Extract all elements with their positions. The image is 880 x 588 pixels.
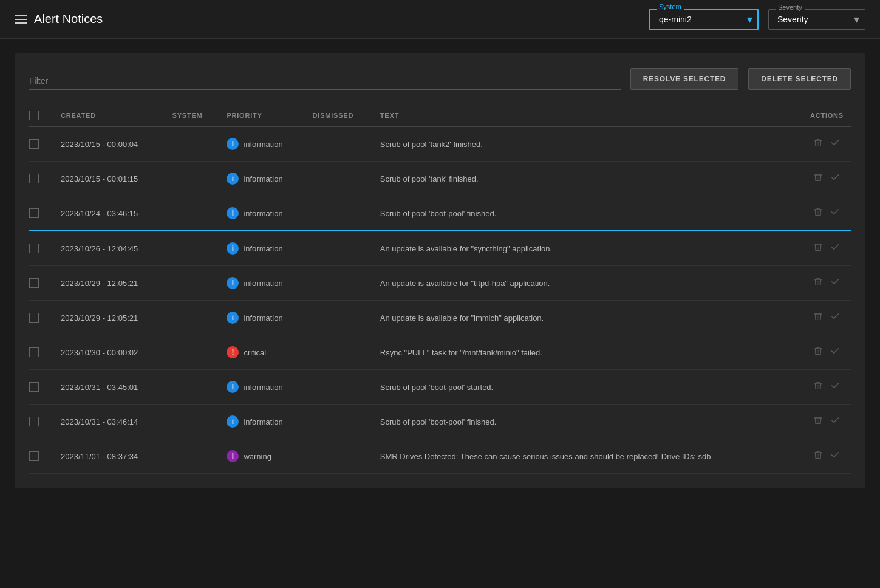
priority-label: information (244, 174, 282, 183)
priority-icon-critical: ! (227, 346, 239, 358)
col-header-actions: ACTIONS (792, 104, 851, 127)
main-content: RESOLVE SELECTED DELETE SELECTED CREATED… (0, 39, 880, 503)
cell-actions (792, 439, 851, 474)
resolve-row-button[interactable] (827, 309, 844, 326)
cell-priority: iinformation (219, 162, 305, 196)
row-checkbox-9[interactable] (29, 417, 39, 426)
cell-actions (792, 301, 851, 335)
row-checkbox-1[interactable] (29, 139, 39, 149)
priority-label: information (244, 244, 282, 253)
delete-row-button[interactable] (810, 413, 827, 430)
filter-input[interactable] (29, 72, 621, 90)
priority-icon-info: i (227, 312, 239, 324)
table-row: 2023/10/31 - 03:45:01iinformationScrub o… (29, 370, 851, 405)
resolve-row-button[interactable] (827, 378, 844, 395)
alerts-card: RESOLVE SELECTED DELETE SELECTED CREATED… (15, 53, 865, 488)
resolve-row-button[interactable] (827, 448, 844, 465)
resolve-row-button[interactable] (827, 135, 844, 152)
cell-dismissed (305, 231, 373, 266)
filter-input-wrapper (29, 72, 621, 90)
resolve-row-button[interactable] (827, 170, 844, 187)
system-label: System (657, 3, 684, 10)
delete-row-button[interactable] (810, 378, 827, 395)
row-checkbox-4[interactable] (29, 244, 39, 253)
cell-system (165, 370, 220, 405)
check-icon (830, 242, 840, 252)
delete-row-button[interactable] (810, 205, 827, 222)
select-all-checkbox[interactable] (29, 111, 39, 120)
system-select[interactable]: qe-mini2 (649, 9, 759, 30)
cell-dismissed (305, 405, 373, 439)
check-icon (830, 207, 840, 217)
col-header-dismissed: DISMISSED (305, 104, 373, 127)
resolve-row-button[interactable] (827, 240, 844, 257)
delete-row-button[interactable] (810, 275, 827, 292)
resolve-row-button[interactable] (827, 413, 844, 430)
cell-actions (792, 335, 851, 370)
table-row: 2023/10/26 - 12:04:45iinformationAn upda… (29, 231, 851, 266)
row-checkbox-8[interactable] (29, 382, 39, 392)
trash-icon (813, 242, 823, 252)
resolve-row-button[interactable] (827, 205, 844, 222)
row-checkbox-5[interactable] (29, 278, 39, 288)
system-dropdown-wrapper: System qe-mini2 ▾ (649, 9, 759, 30)
priority-icon-info: i (227, 207, 239, 219)
col-header-created: CREATED (53, 104, 165, 127)
priority-label: information (244, 383, 282, 392)
delete-row-button[interactable] (810, 240, 827, 257)
check-icon (830, 173, 840, 182)
cell-dismissed (305, 439, 373, 474)
cell-actions (792, 266, 851, 301)
cell-text: Scrub of pool 'boot-pool' finished. (373, 405, 792, 439)
trash-icon (813, 415, 823, 425)
resolve-selected-button[interactable]: RESOLVE SELECTED (630, 68, 739, 90)
col-header-priority: PRIORITY (219, 104, 305, 127)
cell-text: Scrub of pool 'boot-pool' started. (373, 370, 792, 405)
table-row: 2023/10/29 - 12:05:21iinformationAn upda… (29, 266, 851, 301)
cell-priority: iwarning (219, 439, 305, 474)
row-checkbox-7[interactable] (29, 347, 39, 357)
cell-created: 2023/10/29 - 12:05:21 (53, 301, 165, 335)
table-row: 2023/10/15 - 00:01:15iinformationScrub o… (29, 162, 851, 196)
cell-dismissed (305, 370, 373, 405)
cell-priority: iinformation (219, 405, 305, 439)
cell-system (165, 231, 220, 266)
cell-created: 2023/10/31 - 03:46:14 (53, 405, 165, 439)
check-icon (830, 277, 840, 287)
trash-icon (813, 346, 823, 356)
cell-priority: !critical (219, 335, 305, 370)
cell-actions (792, 231, 851, 266)
cell-priority: iinformation (219, 301, 305, 335)
cell-text: Scrub of pool 'tank' finished. (373, 162, 792, 196)
row-checkbox-6[interactable] (29, 313, 39, 323)
delete-row-button[interactable] (810, 344, 827, 361)
priority-icon-info: i (227, 277, 239, 289)
check-icon (830, 346, 840, 356)
row-checkbox-10[interactable] (29, 451, 39, 461)
cell-dismissed (305, 127, 373, 162)
priority-label: information (244, 417, 282, 426)
delete-row-button[interactable] (810, 170, 827, 187)
menu-icon[interactable] (15, 15, 27, 24)
cell-created: 2023/10/29 - 12:05:21 (53, 266, 165, 301)
row-checkbox-2[interactable] (29, 174, 39, 183)
resolve-row-button[interactable] (827, 275, 844, 292)
delete-row-button[interactable] (810, 309, 827, 326)
delete-selected-button[interactable]: DELETE SELECTED (748, 68, 851, 90)
resolve-row-button[interactable] (827, 344, 844, 361)
cell-text: Scrub of pool 'tank2' finished. (373, 127, 792, 162)
table-row: 2023/10/29 - 12:05:21iinformationAn upda… (29, 301, 851, 335)
cell-system (165, 301, 220, 335)
check-icon (830, 415, 840, 425)
cell-created: 2023/10/26 - 12:04:45 (53, 231, 165, 266)
delete-row-button[interactable] (810, 448, 827, 465)
trash-icon (813, 173, 823, 182)
severity-select[interactable]: Severity Information Warning Critical (768, 9, 865, 30)
cell-system (165, 335, 220, 370)
table-row: 2023/10/15 - 00:00:04iinformationScrub o… (29, 127, 851, 162)
delete-row-button[interactable] (810, 135, 827, 152)
priority-label: critical (244, 348, 266, 357)
table-row: 2023/10/24 - 03:46:15iinformationScrub o… (29, 196, 851, 231)
trash-icon (813, 138, 823, 148)
row-checkbox-3[interactable] (29, 208, 39, 218)
